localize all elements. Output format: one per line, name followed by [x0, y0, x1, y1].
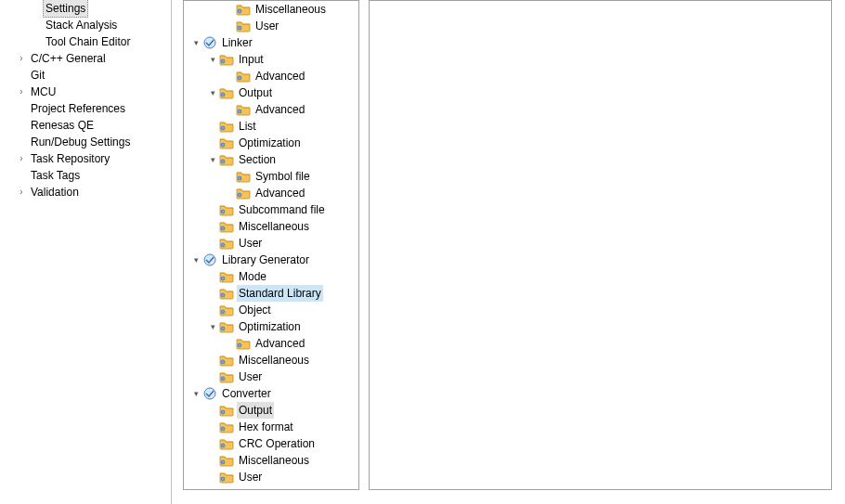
category-label: Git	[28, 67, 47, 84]
category-item[interactable]: Task Tags	[0, 167, 171, 184]
category-label: Task Repository	[28, 150, 112, 167]
collapse-icon[interactable]: ▾	[189, 34, 202, 51]
expand-icon[interactable]: ›	[15, 84, 28, 100]
tool-tree-item[interactable]: User	[184, 18, 358, 34]
tool-tree-item[interactable]: ▾Input	[184, 51, 358, 68]
category-item[interactable]: Project References	[0, 100, 171, 117]
category-item[interactable]: Tool Chain Editor	[0, 33, 171, 50]
option-folder-icon	[219, 369, 234, 384]
tool-tree-label: User	[237, 469, 264, 485]
category-tree: SettingsStack AnalysisTool Chain Editor›…	[0, 0, 172, 504]
category-item[interactable]: Stack Analysis	[0, 17, 171, 33]
option-folder-icon	[236, 169, 251, 184]
option-folder-icon	[236, 336, 251, 351]
twisty-placeholder	[206, 368, 219, 385]
category-item[interactable]: ›Task Repository	[0, 150, 171, 167]
twisty-placeholder	[206, 302, 219, 318]
collapse-icon[interactable]: ▾	[206, 151, 219, 168]
category-item[interactable]: Settings	[0, 0, 171, 17]
option-folder-icon	[219, 403, 234, 418]
tool-tree-item[interactable]: Advanced	[184, 335, 358, 352]
tool-tree-item[interactable]: Standard Library	[184, 285, 358, 302]
tool-tree-label: Optimization	[237, 318, 303, 335]
tool-tree-item[interactable]: Miscellaneous	[184, 452, 358, 469]
tool-tree-item[interactable]: User	[184, 469, 358, 485]
collapse-icon[interactable]: ▾	[206, 318, 219, 335]
tool-tree-item[interactable]: ▾Linker	[184, 34, 358, 51]
tool-tree-item[interactable]: ▾Output	[184, 84, 358, 101]
tool-tree-item[interactable]: ▾Section	[184, 151, 358, 168]
category-label: Stack Analysis	[43, 17, 120, 33]
tool-tree-label: User	[237, 235, 264, 252]
twisty-placeholder	[206, 118, 219, 135]
category-label: Renesas QE	[28, 117, 97, 134]
tool-tree-label: Miscellaneous	[254, 1, 328, 18]
tool-tree-item[interactable]: Advanced	[184, 101, 358, 118]
tool-tree-item[interactable]: Hex format	[184, 419, 358, 435]
twisty-placeholder	[223, 101, 236, 118]
tool-tree-label: List	[237, 118, 258, 135]
category-item[interactable]: ›Validation	[0, 184, 171, 200]
tool-tree-label: Symbol file	[254, 168, 312, 185]
collapse-icon[interactable]: ▾	[206, 51, 219, 68]
tool-tree-item[interactable]: Miscellaneous	[184, 1, 358, 18]
tool-tree-item[interactable]: User	[184, 368, 358, 385]
expand-icon[interactable]: ›	[15, 150, 28, 167]
option-folder-icon	[219, 269, 234, 284]
tool-tree-label: Advanced	[254, 101, 306, 118]
category-item[interactable]: Renesas QE	[0, 117, 171, 134]
category-item[interactable]: ›C/C++ General	[0, 50, 171, 67]
category-item[interactable]: Git	[0, 67, 171, 84]
tool-tree-item[interactable]: Optimization	[184, 135, 358, 151]
option-folder-icon	[219, 436, 234, 451]
expand-icon[interactable]: ›	[15, 184, 28, 200]
option-folder-icon	[236, 102, 251, 117]
tool-tree-item[interactable]: ▾Library Generator	[184, 252, 358, 268]
tool-tree-label: Standard Library	[237, 285, 323, 302]
tool-tree-label: Linker	[220, 34, 254, 51]
tool-tree-label: Optimization	[237, 135, 303, 151]
tool-tree-item[interactable]: CRC Operation	[184, 435, 358, 452]
category-item[interactable]: Run/Debug Settings	[0, 134, 171, 150]
collapse-icon[interactable]: ▾	[206, 84, 219, 101]
category-item[interactable]: ›MCU	[0, 84, 171, 100]
tool-tree-item[interactable]: Advanced	[184, 68, 358, 84]
twisty-placeholder	[223, 68, 236, 84]
tool-tree-item[interactable]: Symbol file	[184, 168, 358, 185]
tool-tree-item[interactable]: List	[184, 118, 358, 135]
tool-tree-item[interactable]: Object	[184, 302, 358, 318]
tool-tree-label: Mode	[237, 268, 268, 285]
tool-tree-item[interactable]: User	[184, 235, 358, 252]
tool-tree-item[interactable]: Subcommand file	[184, 201, 358, 218]
twisty-placeholder	[206, 352, 219, 368]
twisty-placeholder	[223, 185, 236, 201]
collapse-icon[interactable]: ▾	[189, 385, 202, 402]
expand-icon[interactable]: ›	[15, 50, 28, 67]
option-folder-icon	[219, 219, 234, 234]
tool-tree-label: Object	[237, 302, 273, 318]
tool-tree-label: Library Generator	[220, 252, 311, 268]
option-folder-icon	[219, 202, 234, 217]
option-folder-icon	[236, 19, 251, 33]
tool-tree-label: Miscellaneous	[237, 352, 311, 368]
twisty-placeholder	[206, 201, 219, 218]
category-label: Tool Chain Editor	[43, 33, 133, 50]
tool-tree-item[interactable]: Miscellaneous	[184, 218, 358, 235]
tool-tree-item[interactable]: Output	[184, 402, 358, 419]
collapse-icon[interactable]: ▾	[189, 252, 202, 268]
option-folder-icon	[219, 286, 234, 301]
option-folder-icon	[236, 69, 251, 84]
tool-icon	[202, 252, 217, 267]
tool-tree-item[interactable]: Miscellaneous	[184, 352, 358, 368]
tool-tree-item[interactable]: Mode	[184, 268, 358, 285]
category-label: Project References	[28, 100, 128, 117]
tool-tree-item[interactable]: Advanced	[184, 185, 358, 201]
tool-icon	[202, 35, 217, 50]
option-folder-icon	[219, 52, 234, 67]
option-folder-icon	[219, 236, 234, 251]
tool-tree-item[interactable]: ▾Converter	[184, 385, 358, 402]
tool-tree-item[interactable]: ▾Optimization	[184, 318, 358, 335]
twisty-placeholder	[206, 452, 219, 469]
category-label: C/C++ General	[28, 50, 109, 67]
option-folder-icon	[219, 152, 234, 167]
